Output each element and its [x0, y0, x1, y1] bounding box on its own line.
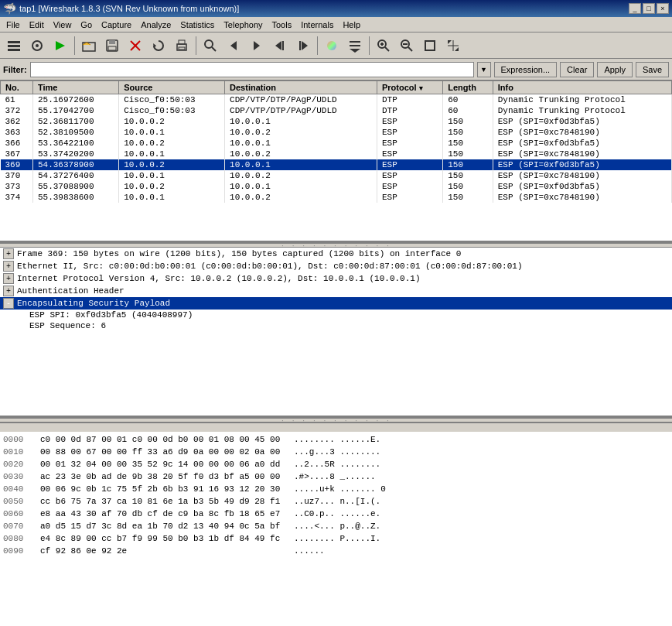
filter-dropdown-button[interactable]: ▼ — [477, 62, 491, 77]
menu-go[interactable]: Go — [76, 17, 97, 32]
interface-list-button[interactable] — [3, 35, 25, 56]
detail-text-esp: Encapsulating Security Payload — [17, 299, 170, 308]
menu-tools[interactable]: Tools — [268, 17, 297, 32]
close-file-button[interactable] — [125, 35, 146, 56]
col-header-no[interactable]: No. — [1, 81, 33, 94]
table-row[interactable]: 36252.3681170010.0.0.210.0.0.1ESP150ESP … — [1, 116, 672, 127]
table-row[interactable]: 37054.3727640010.0.0.110.0.0.2ESP150ESP … — [1, 170, 672, 181]
menu-file[interactable]: File — [2, 17, 25, 32]
col-header-time[interactable]: Time — [32, 81, 118, 94]
table-row[interactable]: 37255.17042700Cisco_f0:50:03CDP/VTP/DTP/… — [1, 105, 672, 116]
table-row[interactable]: 6125.16972600Cisco_f0:50:03CDP/VTP/DTP/P… — [1, 94, 672, 106]
expression-button[interactable]: Expression... — [494, 62, 558, 77]
menu-internals[interactable]: Internals — [296, 17, 338, 32]
close-button[interactable]: × — [657, 3, 669, 14]
menu-statistics[interactable]: Statistics — [176, 17, 219, 32]
table-cell: Dynamic Trunking Protocol — [493, 94, 671, 106]
next-packet-button[interactable] — [246, 35, 268, 56]
expand-icon[interactable]: + — [3, 286, 14, 296]
table-row[interactable]: 36653.3642210010.0.0.210.0.0.1ESP150ESP … — [1, 138, 672, 149]
menu-capture[interactable]: Capture — [97, 17, 136, 32]
menu-bar: File Edit View Go Capture Analyze Statis… — [0, 17, 672, 32]
expand-icon[interactable]: + — [3, 248, 14, 259]
detail-row-ethernet[interactable]: +Ethernet II, Src: c0:00:0d:b0:00:01 (c0… — [0, 260, 672, 272]
packet-details-wrap: +Frame 369: 150 bytes on wire (1200 bits… — [0, 248, 672, 418]
svg-marker-5 — [56, 41, 65, 50]
detail-row-frame[interactable]: +Frame 369: 150 bytes on wire (1200 bits… — [0, 248, 672, 260]
resize-button[interactable] — [442, 35, 464, 56]
col-header-protocol[interactable]: Protocol ▾ — [377, 81, 442, 94]
print-button[interactable] — [171, 35, 193, 56]
autoscroll-button[interactable] — [344, 35, 366, 56]
col-header-length[interactable]: Length — [443, 81, 493, 94]
table-row[interactable]: 37355.3708890010.0.0.210.0.0.1ESP150ESP … — [1, 181, 672, 192]
hex-offset: 0040 — [3, 483, 34, 495]
maximize-button[interactable]: □ — [643, 3, 655, 14]
hex-row: 001000 88 00 67 00 00 ff 33 a6 d9 0a 00 … — [3, 446, 669, 458]
expand-icon[interactable]: + — [3, 273, 14, 284]
go-first-button[interactable] — [269, 35, 291, 56]
main-content: No. Time Source Destination Protocol ▾ L… — [0, 80, 672, 626]
apply-button[interactable]: Apply — [597, 62, 633, 77]
table-cell: ESP — [377, 192, 442, 203]
packet-list[interactable]: No. Time Source Destination Protocol ▾ L… — [0, 80, 672, 243]
open-button[interactable] — [78, 35, 100, 56]
zoom-out-button[interactable] — [396, 35, 418, 56]
clear-button[interactable]: Clear — [560, 62, 594, 77]
hex-dump[interactable]: 0000c0 00 0d 87 00 01 c0 00 0d b0 00 01 … — [0, 432, 672, 626]
hex-bytes: ac 23 3e 0b ad de 9b 38 20 5f f0 d3 bf a… — [40, 470, 288, 483]
find-button[interactable] — [200, 35, 221, 56]
reload-button[interactable] — [148, 35, 169, 56]
table-cell: ESP (SPI=0xf0d3bfa5) — [493, 116, 671, 127]
hex-bytes: 00 06 9c 0b 1c 75 5f 2b 6b b3 91 16 93 1… — [40, 483, 288, 495]
table-cell: 363 — [1, 127, 33, 138]
col-header-source[interactable]: Source — [119, 81, 225, 94]
start-capture-button[interactable] — [49, 35, 71, 56]
expand-icon[interactable]: + — [3, 261, 14, 272]
save-filter-button[interactable]: Save — [636, 62, 669, 77]
packet-details[interactable]: +Frame 369: 150 bytes on wire (1200 bits… — [0, 248, 672, 418]
table-cell: ESP — [377, 127, 442, 138]
hex-offset: 0010 — [3, 446, 34, 458]
table-cell: ESP (SPI=0xf0d3bfa5) — [493, 181, 671, 192]
minimize-button[interactable]: _ — [629, 3, 641, 14]
app-icon: 🦈 — [3, 2, 16, 15]
table-row[interactable]: 36753.3742020010.0.0.110.0.0.2ESP150ESP … — [1, 149, 672, 159]
table-cell: 150 — [443, 138, 493, 149]
normal-size-button[interactable] — [419, 35, 441, 56]
packet-list-hscroll[interactable] — [0, 422, 672, 432]
table-cell: 10.0.0.1 — [119, 149, 225, 159]
collapse-icon[interactable]: - — [3, 298, 14, 309]
col-header-info[interactable]: Info — [493, 81, 671, 94]
detail-row-esp-spi[interactable]: ESP SPI: 0xf0d3bfa5 (4040408997) — [0, 310, 672, 320]
table-cell: ESP — [377, 116, 442, 127]
go-last-button[interactable] — [292, 35, 314, 56]
table-cell: 150 — [443, 159, 493, 170]
svg-rect-2 — [8, 49, 20, 51]
menu-edit[interactable]: Edit — [25, 17, 49, 32]
detail-row-ip[interactable]: +Internet Protocol Version 4, Src: 10.0.… — [0, 272, 672, 285]
save-button[interactable] — [101, 35, 123, 56]
detail-row-esp-seq[interactable]: ESP Sequence: 6 — [0, 320, 672, 331]
table-row[interactable]: 36352.3810950010.0.0.110.0.0.2ESP150ESP … — [1, 127, 672, 138]
svg-line-33 — [408, 47, 412, 51]
table-cell: 150 — [443, 192, 493, 203]
col-header-destination[interactable]: Destination — [225, 81, 377, 94]
menu-telephony[interactable]: Telephony — [219, 17, 267, 32]
hex-bytes: c0 00 0d 87 00 01 c0 00 0d b0 00 01 08 0… — [40, 433, 288, 446]
capture-options-button[interactable] — [26, 35, 48, 56]
menu-help[interactable]: Help — [338, 17, 365, 32]
table-cell: DTP — [377, 94, 442, 106]
filter-input[interactable] — [30, 62, 474, 77]
table-row[interactable]: 36954.3637890010.0.0.210.0.0.1ESP150ESP … — [1, 159, 672, 170]
hex-row: 0050cc b6 75 7a 37 ca 10 81 6e 1a b3 5b … — [3, 495, 669, 508]
menu-analyze[interactable]: Analyze — [136, 17, 176, 32]
colorize-button[interactable] — [321, 35, 343, 56]
table-row[interactable]: 37455.3983860010.0.0.110.0.0.2ESP150ESP … — [1, 192, 672, 203]
menu-view[interactable]: View — [49, 17, 77, 32]
prev-packet-button[interactable] — [223, 35, 244, 56]
detail-row-auth[interactable]: +Authentication Header — [0, 285, 672, 297]
table-cell: 10.0.0.1 — [225, 159, 377, 170]
detail-row-esp[interactable]: -Encapsulating Security Payload — [0, 297, 672, 310]
zoom-in-button[interactable] — [373, 35, 394, 56]
